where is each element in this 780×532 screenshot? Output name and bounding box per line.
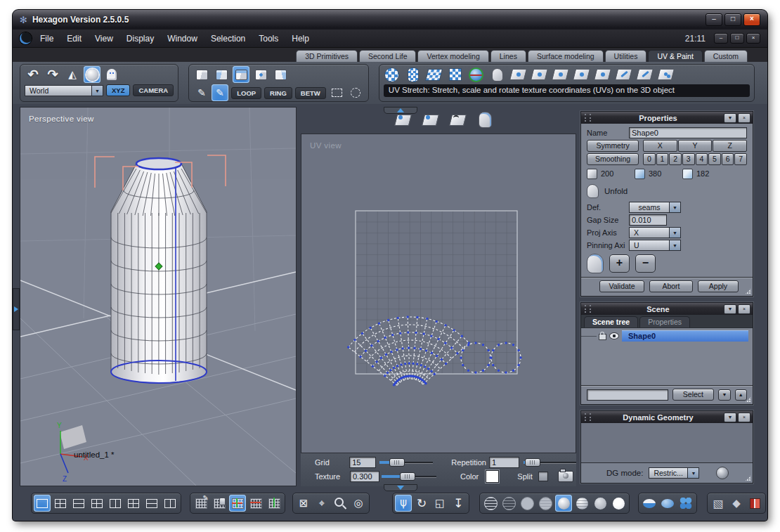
uv-canvas[interactable]	[301, 134, 576, 453]
smoothing-level-button[interactable]: 4	[696, 153, 708, 165]
ribbon-tab[interactable]: Vertex modeling	[417, 50, 488, 62]
validate-button[interactable]: Validate	[599, 280, 644, 292]
layout-one-left-icon[interactable]	[125, 495, 142, 512]
dg-collapse-button[interactable]: ▼	[724, 413, 736, 422]
menu-item[interactable]: Display	[126, 34, 154, 44]
uv-pinch-icon[interactable]	[510, 66, 527, 83]
apply-button[interactable]: Apply	[698, 280, 739, 292]
scene-search-input[interactable]	[587, 389, 668, 401]
grid-edit-icon[interactable]	[193, 495, 209, 512]
uv-pin-icon[interactable]	[573, 66, 590, 83]
grid-green-axis-icon[interactable]	[266, 495, 282, 512]
dynamic-geometry-header[interactable]: Dynamic Geometry ▼ ×	[581, 411, 753, 423]
orientation-tool-icon[interactable]: ◭	[64, 66, 81, 83]
panel-grip-icon[interactable]	[585, 114, 591, 122]
unfold-head-icon[interactable]	[489, 66, 506, 83]
fit-view-icon[interactable]: ⊠	[295, 495, 312, 512]
symmetry-spheres-icon[interactable]	[677, 495, 694, 512]
uv-spherical-gizmo-icon[interactable]	[468, 66, 485, 83]
redo-arrow-icon[interactable]: ↷	[44, 66, 61, 83]
repetition-input[interactable]: 1	[489, 457, 519, 468]
close-button[interactable]: ×	[743, 13, 760, 26]
layout-two-vertical-icon[interactable]	[107, 495, 124, 512]
symmetry-axis-button[interactable]: X	[643, 140, 677, 152]
menu-item[interactable]: Selection	[211, 34, 245, 44]
color-swatch[interactable]	[486, 470, 499, 483]
uv-copy-icon[interactable]	[658, 66, 675, 83]
texture-input[interactable]: 0.300	[350, 471, 379, 482]
menu-item[interactable]: File	[40, 34, 53, 44]
name-input[interactable]: Shape0	[629, 127, 747, 138]
select-edge-icon[interactable]	[233, 66, 249, 83]
wireframe-box-icon[interactable]: ▧	[710, 495, 727, 512]
smoothing-level-button[interactable]: 3	[682, 153, 695, 165]
dropdown-arrow-icon[interactable]: ▼	[670, 240, 681, 251]
def-dropdown[interactable]: seams ▼	[629, 202, 681, 213]
ring-button[interactable]: RING	[264, 87, 292, 99]
titlebar[interactable]: ✻ Hexagon Version 2.5.0.5 – □ ×	[13, 10, 767, 30]
panel-resize-grip[interactable]	[745, 288, 751, 294]
properties-close-button[interactable]: ×	[738, 113, 750, 123]
doc-maximize-button[interactable]: □	[730, 33, 744, 44]
ghost-mode-icon[interactable]	[103, 66, 120, 83]
doc-close-button[interactable]: ×	[746, 33, 760, 44]
loop-button[interactable]: LOOP	[231, 87, 261, 99]
rect-select-icon[interactable]	[329, 84, 346, 101]
ribbon-tab[interactable]: Second Life	[359, 50, 416, 62]
layout-quad-icon[interactable]	[52, 495, 69, 512]
tab-scene-properties[interactable]: Properties	[639, 316, 690, 327]
smoothing-level-button[interactable]: 6	[722, 153, 734, 165]
betw-button[interactable]: BETW	[295, 87, 326, 99]
uv-planar-projection-icon[interactable]	[426, 66, 443, 83]
ribbon-tab[interactable]: Lines	[490, 50, 526, 62]
ribbon-tab[interactable]: UV & Paint	[648, 50, 702, 62]
ribbon-tab[interactable]: Utilities	[605, 50, 647, 62]
properties-collapse-button[interactable]: ▼	[724, 113, 736, 123]
material-panels-icon[interactable]	[746, 495, 763, 512]
properties-header[interactable]: Properties ▼ ×	[581, 112, 753, 124]
menu-item[interactable]: Window	[167, 34, 197, 44]
scene-item-shape0[interactable]: Shape0	[622, 330, 748, 342]
layout-split-vertical-icon[interactable]	[162, 495, 178, 512]
uv-rotate-icon[interactable]	[447, 109, 469, 131]
dropdown-arrow-icon[interactable]: ▼	[92, 85, 103, 96]
layout-three-bottom-icon[interactable]	[70, 495, 87, 512]
rotate-manipulator-icon[interactable]: ↻	[413, 495, 430, 512]
world-space-dropdown[interactable]: World ▼	[25, 85, 103, 96]
lock-icon[interactable]	[599, 334, 606, 340]
split-checkbox[interactable]	[538, 472, 548, 481]
maximize-button[interactable]: □	[724, 13, 741, 26]
doc-minimize-button[interactable]: –	[714, 33, 728, 44]
uv-relax-icon[interactable]	[552, 66, 569, 83]
hidden-line-shading-icon[interactable]	[500, 495, 517, 512]
uv-unfold-plane-icon[interactable]	[420, 109, 441, 131]
texture-slider[interactable]	[382, 472, 436, 481]
menu-item[interactable]: Help	[292, 34, 309, 44]
uv-viewport[interactable]: UV view	[301, 134, 576, 453]
grid-snap-icon[interactable]	[229, 495, 246, 512]
remove-seam-button[interactable]: −	[635, 254, 656, 273]
pinning-axis-dropdown[interactable]: U ▼	[629, 240, 681, 251]
dg-close-button[interactable]: ×	[738, 413, 750, 422]
scene-collapse-button[interactable]: ▼	[724, 304, 736, 314]
dropdown-arrow-icon[interactable]: ▼	[670, 202, 681, 213]
panel-resize-grip[interactable]	[745, 475, 751, 481]
scene-close-button[interactable]: ×	[738, 304, 750, 314]
smart-pen-icon[interactable]: ✎	[212, 84, 228, 101]
minimize-button[interactable]: –	[706, 13, 722, 26]
ribbon-tab[interactable]: Surface modeling	[528, 50, 604, 62]
select-point-icon[interactable]	[213, 66, 230, 83]
grid-red-axis-icon[interactable]	[247, 495, 264, 512]
panel-grip-icon[interactable]	[585, 305, 591, 313]
add-seam-button[interactable]: +	[609, 254, 630, 273]
repetition-slider[interactable]	[524, 458, 576, 467]
matte-shading-icon[interactable]	[592, 495, 609, 512]
layout-single-icon[interactable]	[34, 495, 51, 512]
tab-scene-tree[interactable]: Scene tree	[584, 316, 638, 327]
soft-selection-icon[interactable]: ↧	[450, 495, 467, 512]
pen-select-icon[interactable]: ✎	[193, 84, 210, 101]
abort-button[interactable]: Abort	[649, 280, 693, 292]
dropdown-arrow-icon[interactable]: ▼	[670, 227, 681, 238]
wireframe-shading-icon[interactable]	[482, 495, 499, 512]
select-face-icon[interactable]	[252, 66, 269, 83]
